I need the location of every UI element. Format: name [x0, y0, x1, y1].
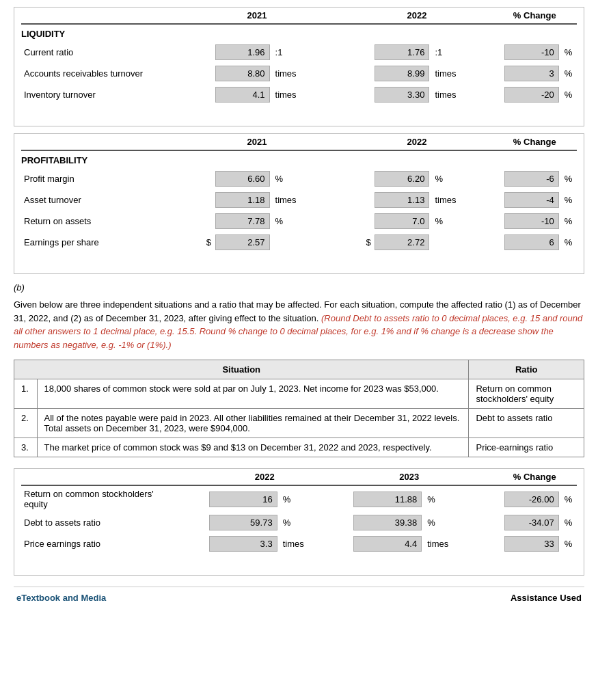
footer-bar: eTextbook and Media Assistance Used — [14, 587, 584, 608]
pe-2022[interactable]: 3.3 — [209, 536, 277, 552]
table-row: Asset turnover 1.18 times 1.13 times -4 … — [21, 189, 577, 211]
profit-margin-pct-unit: % — [562, 168, 577, 189]
situation-num-3: 3. — [14, 438, 38, 457]
part-b-label: (b) — [14, 282, 584, 293]
liquidity-col-pct: % Change — [470, 8, 562, 24]
profit-margin-unit1: % — [273, 168, 311, 189]
asset-turnover-pct-unit: % — [562, 189, 577, 211]
description-text: Given below are three independent situat… — [14, 298, 584, 351]
asset-turnover-2021[interactable]: 1.18 — [215, 192, 270, 208]
ar-turnover-pct-unit: % — [562, 63, 577, 84]
row-label-asset-turnover: Asset turnover — [21, 189, 150, 211]
table-row: Return on common stockholders' equity 16… — [21, 485, 577, 512]
situation-table: Situation Ratio 1. 18,000 shares of comm… — [14, 360, 584, 457]
table-row: Profit margin 6.60 % 6.20 % -6 % — [21, 168, 577, 189]
asset-turnover-2022[interactable]: 1.13 — [375, 192, 429, 208]
row-label-inv-turnover: Inventory turnover — [21, 84, 150, 105]
row-label-profit-margin: Profit margin — [21, 168, 150, 189]
table-row: Debt to assets ratio 59.73 % 39.38 % -34… — [21, 512, 577, 533]
asset-turnover-unit1: times — [273, 189, 311, 211]
eps-2022[interactable]: 2.72 — [375, 234, 429, 250]
profitability-title: PROFITABILITY — [21, 151, 577, 168]
return-assets-pct[interactable]: -10 — [504, 213, 559, 229]
return-assets-2022[interactable]: 7.0 — [375, 213, 429, 229]
dta-pct[interactable]: -34.07 — [504, 515, 559, 530]
situation-desc-2: All of the notes payable were paid in 20… — [37, 409, 469, 438]
bottom-col-2023: 2023 — [318, 469, 424, 485]
current-ratio-2022[interactable]: 1.76 — [375, 44, 429, 60]
current-ratio-2021[interactable]: 1.96 — [215, 44, 270, 60]
eps-pct[interactable]: 6 — [504, 234, 559, 250]
dta-pct-unit: % — [562, 512, 577, 533]
return-assets-pct-unit: % — [562, 211, 577, 232]
ar-turnover-2021[interactable]: 8.80 — [215, 66, 270, 81]
inv-turnover-unit2: times — [432, 84, 470, 105]
asset-turnover-pct[interactable]: -4 — [504, 192, 559, 208]
pe-pct-unit: % — [562, 533, 577, 554]
dta-unit2: % — [424, 512, 463, 533]
situation-num-2: 2. — [14, 409, 38, 438]
row-label-dta: Debt to assets ratio — [21, 512, 174, 533]
roe-unit2: % — [424, 485, 463, 512]
table-row: Return on assets 7.78 % 7.0 % -10 % — [21, 211, 577, 232]
bottom-col-2022: 2022 — [174, 469, 280, 485]
roe-pct-unit: % — [562, 485, 577, 512]
pe-2023[interactable]: 4.4 — [353, 536, 422, 552]
return-assets-2021[interactable]: 7.78 — [215, 213, 270, 229]
situation-row-3: 3. The market price of common stock was … — [14, 438, 584, 457]
ar-turnover-pct[interactable]: 3 — [504, 66, 559, 81]
eps-pct-unit: % — [562, 232, 577, 253]
current-ratio-pct[interactable]: -10 — [504, 44, 559, 60]
row-label-eps: Earnings per share — [21, 232, 150, 253]
roe-pct[interactable]: -26.00 — [504, 492, 559, 507]
assistance-label: Assistance Used — [511, 593, 582, 603]
row-label-roe: Return on common stockholders' equity — [21, 485, 174, 512]
situation-row-1: 1. 18,000 shares of common stock were so… — [14, 379, 584, 409]
ratio-header: Ratio — [469, 360, 584, 379]
liquidity-title: LIQUIDITY — [21, 25, 577, 42]
profit-margin-pct[interactable]: -6 — [504, 171, 559, 187]
inv-turnover-2021[interactable]: 4.1 — [215, 87, 270, 103]
return-assets-unit2: % — [432, 211, 470, 232]
row-label-current-ratio: Current ratio — [21, 42, 150, 63]
table-row: Earnings per share $ 2.57 $ 2.72 6 % — [21, 232, 577, 253]
eps-2021[interactable]: 2.57 — [215, 234, 270, 250]
pe-unit1: times — [280, 533, 318, 554]
roe-2023[interactable]: 11.88 — [353, 492, 422, 507]
profit-margin-2022[interactable]: 6.20 — [375, 171, 429, 187]
row-label-pe: Price earnings ratio — [21, 533, 174, 554]
profit-margin-2021[interactable]: 6.60 — [215, 171, 270, 187]
roe-unit1: % — [280, 485, 318, 512]
roe-2022[interactable]: 16 — [209, 492, 277, 507]
row-label-ar-turnover: Accounts receivables turnover — [21, 63, 150, 84]
prof-col-pct: % Change — [470, 134, 562, 150]
liquidity-col-2022: 2022 — [310, 8, 432, 24]
dta-2022[interactable]: 59.73 — [209, 515, 277, 530]
ar-turnover-unit2: times — [432, 63, 470, 84]
situation-ratio-1: Return on common stockholders' equity — [469, 379, 584, 409]
inv-turnover-2022[interactable]: 3.30 — [375, 87, 429, 103]
table-row: Accounts receivables turnover 8.80 times… — [21, 63, 577, 84]
etextbook-label[interactable]: eTextbook and Media — [16, 593, 106, 603]
prof-col-2021: 2021 — [150, 134, 272, 150]
dta-unit1: % — [280, 512, 318, 533]
table-row: Inventory turnover 4.1 times 3.30 times … — [21, 84, 577, 105]
ar-turnover-2022[interactable]: 8.99 — [375, 66, 429, 81]
current-ratio-unit2: :1 — [432, 42, 470, 63]
situation-row-2: 2. All of the notes payable were paid in… — [14, 409, 584, 438]
current-ratio-pct-unit: % — [562, 42, 577, 63]
inv-turnover-unit1: times — [273, 84, 311, 105]
prof-col-2022: 2022 — [310, 134, 432, 150]
return-assets-unit1: % — [273, 211, 311, 232]
table-row: Price earnings ratio 3.3 times 4.4 times… — [21, 533, 577, 554]
profit-margin-unit2: % — [432, 168, 470, 189]
situation-ratio-3: Price-earnings ratio — [469, 438, 584, 457]
row-label-return-assets: Return on assets — [21, 211, 150, 232]
bottom-col-pct: % Change — [463, 469, 562, 485]
inv-turnover-pct[interactable]: -20 — [504, 87, 559, 103]
inv-turnover-pct-unit: % — [562, 84, 577, 105]
situation-num-1: 1. — [14, 379, 38, 409]
pe-unit2: times — [424, 533, 463, 554]
pe-pct[interactable]: 33 — [504, 536, 559, 552]
dta-2023[interactable]: 39.38 — [353, 515, 422, 530]
